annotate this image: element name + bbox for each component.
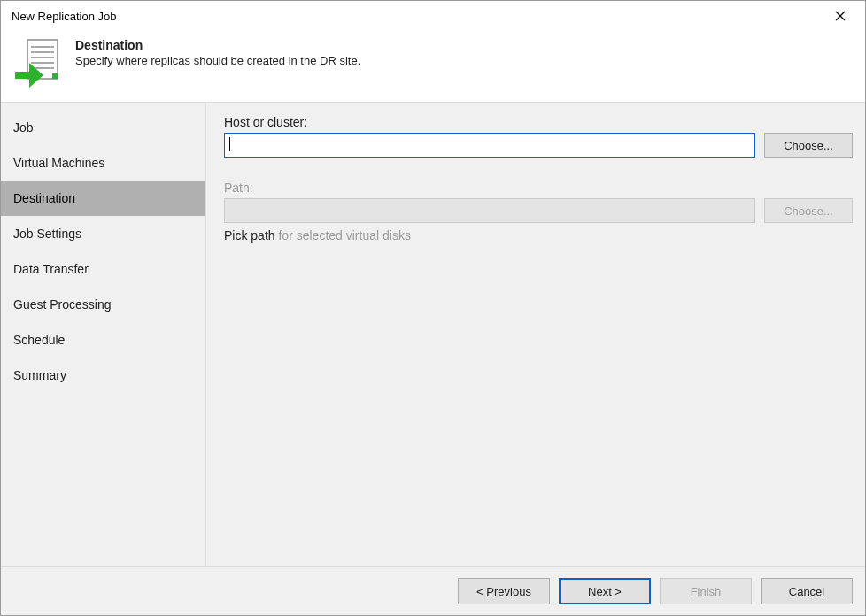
path-field-group: Path: Choose... Pick path for selected v… xyxy=(224,181,853,243)
finish-button: Finish xyxy=(660,578,752,604)
pick-path-hint: for selected virtual disks xyxy=(275,228,411,243)
close-icon xyxy=(835,11,846,21)
host-label: Host or cluster: xyxy=(224,115,853,129)
header-text: Destination Specify where replicas shoul… xyxy=(75,36,360,67)
titlebar: New Replication Job xyxy=(1,1,865,31)
wizard-footer: < Previous Next > Finish Cancel xyxy=(1,567,865,615)
destination-icon xyxy=(15,36,61,89)
previous-button[interactable]: < Previous xyxy=(458,578,550,604)
sidebar-item-virtual-machines[interactable]: Virtual Machines xyxy=(1,145,205,181)
path-label: Path: xyxy=(224,181,853,195)
path-choose-button: Choose... xyxy=(764,198,853,223)
sidebar: Job Virtual Machines Destination Job Set… xyxy=(1,103,206,566)
wizard-window: New Replication Job Destination Specif xyxy=(0,0,866,616)
path-input xyxy=(224,198,755,223)
svg-rect-8 xyxy=(52,73,58,79)
sidebar-item-job-settings[interactable]: Job Settings xyxy=(1,216,205,251)
host-field-group: Host or cluster: Choose... xyxy=(224,115,853,158)
window-title: New Replication Job xyxy=(12,10,117,23)
pick-path-row: Pick path for selected virtual disks xyxy=(224,228,853,243)
page-title: Destination xyxy=(75,38,360,52)
host-input[interactable] xyxy=(224,133,755,158)
sidebar-item-guest-processing[interactable]: Guest Processing xyxy=(1,287,205,322)
page-subtitle: Specify where replicas should be created… xyxy=(75,54,360,67)
sidebar-item-summary[interactable]: Summary xyxy=(1,358,205,393)
pick-path-link[interactable]: Pick path xyxy=(224,228,275,243)
sidebar-item-destination[interactable]: Destination xyxy=(1,181,205,216)
wizard-header: Destination Specify where replicas shoul… xyxy=(1,31,865,102)
host-choose-button[interactable]: Choose... xyxy=(764,133,853,158)
content-panel: Host or cluster: Choose... Path: Choose.… xyxy=(206,103,865,566)
close-button[interactable] xyxy=(821,3,860,29)
wizard-body: Job Virtual Machines Destination Job Set… xyxy=(1,102,865,567)
sidebar-item-data-transfer[interactable]: Data Transfer xyxy=(1,251,205,287)
cancel-button[interactable]: Cancel xyxy=(761,578,853,604)
text-caret xyxy=(229,137,230,151)
sidebar-item-job[interactable]: Job xyxy=(1,110,205,145)
sidebar-item-schedule[interactable]: Schedule xyxy=(1,322,205,358)
next-button[interactable]: Next > xyxy=(559,578,651,604)
